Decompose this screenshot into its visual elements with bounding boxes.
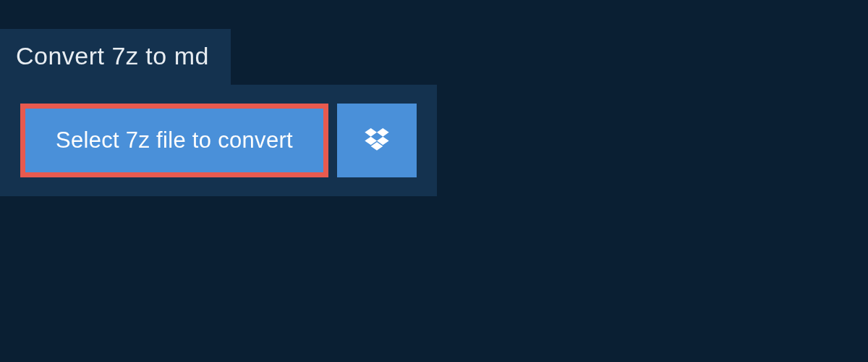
tab-convert[interactable]: Convert 7z to md (0, 29, 231, 85)
converter-panel: Select 7z file to convert (0, 85, 437, 196)
dropbox-icon (362, 125, 391, 156)
select-file-button[interactable]: Select 7z file to convert (20, 104, 328, 177)
tab-title: Convert 7z to md (16, 42, 209, 70)
select-file-label: Select 7z file to convert (56, 127, 293, 153)
dropbox-button[interactable] (337, 104, 417, 177)
